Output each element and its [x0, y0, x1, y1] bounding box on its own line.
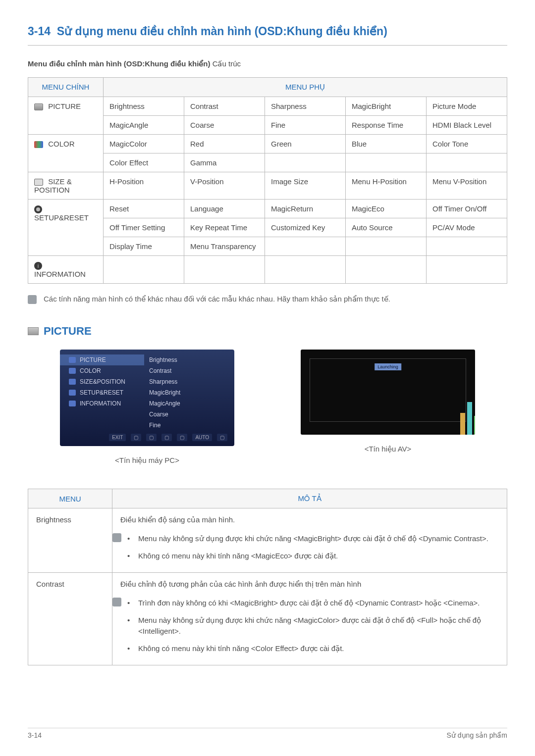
sub-menu-cell: H-Position	[104, 172, 184, 200]
sub-menu-cell: Coarse	[184, 116, 265, 135]
osd-main-item: SETUP&RESET	[60, 387, 144, 398]
main-menu-label: SETUP&RESET	[34, 213, 89, 222]
pc-caption: <Tín hiệu máy PC>	[115, 456, 179, 465]
sub-menu-cell: Red	[184, 135, 265, 153]
osd-main-item	[60, 420, 144, 431]
desc-menu-cell: Brightness	[28, 508, 112, 573]
main-menu-cell: COLOR	[28, 135, 104, 172]
main-menu-cell: i INFORMATION	[28, 256, 104, 284]
sub-menu-cell: Brightness	[104, 97, 184, 116]
desc-bullet: Không có menu này khi tính năng <Color E…	[136, 641, 499, 658]
desc-bullet: Menu này không sử dụng được khi chức năn…	[136, 613, 499, 641]
main-menu-cell: SIZE & POSITION	[28, 172, 104, 200]
subtitle: Menu điều chỉnh màn hình (OSD:Khung điều…	[28, 59, 507, 68]
sub-menu-cell: Off Timer On/Off	[427, 200, 507, 218]
osd-sub-item: Sharpness	[144, 376, 234, 387]
note-row: Các tính năng màn hình có thể khác nhau …	[28, 295, 507, 304]
sub-menu-cell	[346, 256, 427, 284]
osd-sub-item: MagicAngle	[144, 398, 234, 409]
osd-main-item: INFORMATION	[60, 398, 144, 409]
subtitle-bold: Menu điều chỉnh màn hình (OSD:Khung điều…	[28, 59, 210, 68]
main-menu-label: INFORMATION	[34, 270, 86, 278]
sub-menu-cell: Color Tone	[427, 135, 507, 153]
main-menu-cell: SETUP&RESET	[28, 200, 104, 256]
sub-menu-cell: Blue	[346, 135, 427, 153]
desc-bullet: Menu này không sử dụng được khi chức năn…	[136, 531, 499, 549]
sub-menu-cell	[265, 153, 346, 172]
sub-menu-cell: Color Effect	[104, 153, 184, 172]
main-menu-label: COLOR	[46, 140, 75, 148]
sub-menu-cell: Customized Key	[265, 218, 346, 237]
sub-menu-cell: Image Size	[265, 172, 346, 200]
note-text: Các tính năng màn hình có thể khác nhau …	[44, 295, 390, 303]
sub-menu-cell: Green	[265, 135, 346, 153]
page-footer: 3-14 Sử dụng sản phẩm	[28, 728, 507, 739]
picture-icon	[34, 103, 43, 110]
sub-menu-cell: Fine	[265, 116, 346, 135]
sub-menu-cell	[265, 237, 346, 256]
sub-menu-cell	[184, 256, 265, 284]
sub-menu-cell: Sharpness	[265, 97, 346, 116]
picture-heading-text: PICTURE	[44, 325, 92, 338]
sub-menu-cell: V-Position	[184, 172, 265, 200]
desc-body-cell: Điều khiển độ sáng của màn hình.Menu này…	[112, 508, 507, 573]
section-number: 3-14	[28, 25, 51, 38]
osd-sub-item: MagicBright	[144, 387, 234, 398]
sub-menu-cell	[427, 237, 507, 256]
th-menu: MENU	[28, 489, 112, 508]
section-title: 3-14 Sử dụng menu điều chỉnh màn hình (O…	[28, 25, 507, 38]
sub-menu-cell: Language	[184, 200, 265, 218]
note-icon	[112, 598, 121, 606]
sub-menu-cell: Picture Mode	[427, 97, 507, 116]
sub-menu-cell: Reset	[104, 200, 184, 218]
sub-menu-cell	[427, 153, 507, 172]
osd-main-item: COLOR	[60, 365, 144, 376]
sub-menu-cell: Off Timer Setting	[104, 218, 184, 237]
osd-pc-preview: PICTUREBrightnessCOLORContrastSIZE&POSIT…	[60, 350, 234, 446]
osd-sub-item: Contrast	[144, 365, 234, 376]
section-heading: Sử dụng menu điều chỉnh màn hình (OSD:Kh…	[57, 25, 387, 38]
osd-sub-item: Coarse	[144, 409, 234, 420]
sub-menu-cell: Auto Source	[346, 218, 427, 237]
osd-sub-item: Fine	[144, 420, 234, 431]
sub-menu-cell	[346, 153, 427, 172]
av-signal-column: Launching <Tín hiệu AV>	[301, 350, 475, 465]
picture-icon	[28, 327, 39, 335]
sub-menu-cell: Display Time	[104, 237, 184, 256]
footer-right: Sử dụng sản phẩm	[447, 731, 507, 739]
th-desc: MÔ TẢ	[112, 489, 507, 508]
size & position-icon	[34, 179, 43, 186]
sub-menu-cell	[346, 237, 427, 256]
desc-bullet: Trình đơn này không có khi <MagicBright>…	[136, 596, 499, 613]
sub-menu-cell: MagicColor	[104, 135, 184, 153]
av-caption: <Tín hiệu AV>	[365, 445, 412, 454]
description-table: MENU MÔ TẢ BrightnessĐiều khiển độ sáng …	[28, 489, 507, 665]
osd-main-item	[60, 409, 144, 420]
sub-menu-cell: PC/AV Mode	[427, 218, 507, 237]
sub-menu-cell: MagicAngle	[104, 116, 184, 135]
desc-body-cell: Điều chỉnh độ tương phản của các hình ản…	[112, 573, 507, 665]
sub-menu-cell: MagicBright	[346, 97, 427, 116]
th-sub: MENU PHỤ	[104, 78, 507, 97]
sub-menu-cell: Gamma	[184, 153, 265, 172]
sub-menu-cell: Menu V-Position	[427, 172, 507, 200]
sub-menu-cell: Contrast	[184, 97, 265, 116]
setup&reset-icon	[34, 205, 42, 213]
sub-menu-cell: Key Repeat Time	[184, 218, 265, 237]
sub-menu-cell: Menu H-Position	[346, 172, 427, 200]
divider	[28, 45, 507, 46]
sub-menu-cell: Menu Transparency	[184, 237, 265, 256]
footer-left: 3-14	[28, 731, 42, 739]
sub-menu-cell	[265, 256, 346, 284]
picture-heading: PICTURE	[28, 325, 507, 338]
sub-menu-cell: Response Time	[346, 116, 427, 135]
desc-bullet: Không có menu này khi tính năng <MagicEc…	[136, 549, 499, 566]
sub-menu-cell	[427, 256, 507, 284]
pc-signal-column: PICTUREBrightnessCOLORContrastSIZE&POSIT…	[60, 350, 234, 465]
osd-sub-item: Brightness	[144, 354, 234, 365]
osd-main-item: PICTURE	[60, 354, 144, 365]
main-menu-label: PICTURE	[46, 102, 81, 110]
menu-structure-table: MENU CHÍNH MENU PHỤ PICTUREBrightnessCon…	[28, 77, 507, 284]
main-menu-cell: PICTURE	[28, 97, 104, 135]
desc-intro: Điều khiển độ sáng của màn hình.	[120, 515, 499, 524]
